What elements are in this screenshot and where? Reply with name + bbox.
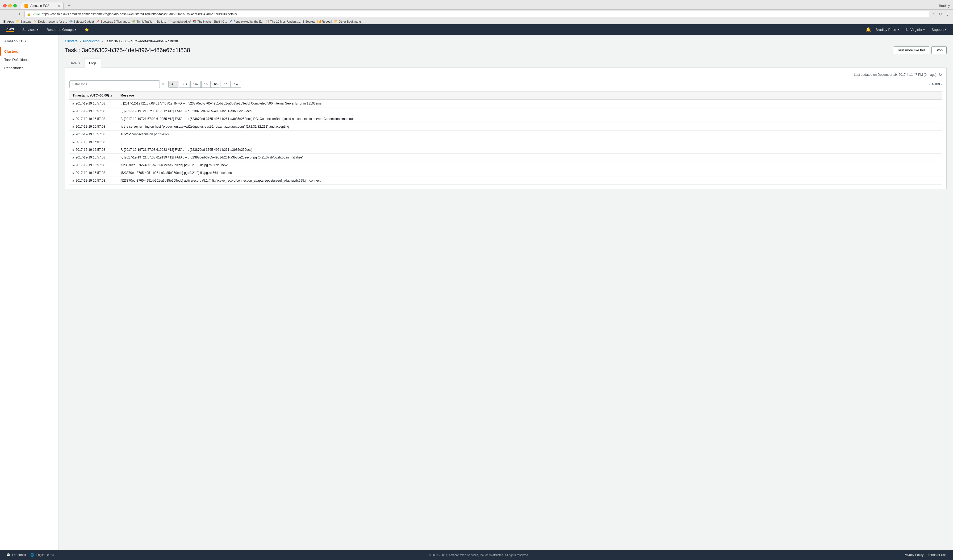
user-caret-icon: ▼ xyxy=(897,28,900,31)
bookmark-scratchpad[interactable]: ⌨️ scratchpad.io/ xyxy=(168,20,191,23)
close-window-button[interactable] xyxy=(3,4,7,8)
time-filter-1d[interactable]: 1d xyxy=(221,81,230,88)
run-more-button[interactable]: Run more like this xyxy=(894,46,929,54)
tab-close-button[interactable]: ✕ xyxy=(58,4,60,8)
log-message: [523870ed-3765-4951-b261-a3b85e259ecb] p… xyxy=(117,161,942,169)
language-link[interactable]: 🌐 English (US) xyxy=(30,553,54,557)
pagination-next-button[interactable]: › xyxy=(941,82,942,87)
privacy-policy-link[interactable]: Privacy Policy xyxy=(904,553,924,557)
browser-tab[interactable]: Amazon ECS ✕ xyxy=(21,2,64,9)
globe-icon: 🌐 xyxy=(30,553,34,557)
log-row-expand-button[interactable]: ▶ xyxy=(73,164,75,167)
sidebar-item-clusters[interactable]: Clusters xyxy=(0,47,58,56)
log-message: Is the server running on host "producito… xyxy=(117,123,942,130)
log-table-row: ▶ 2017-12-19 15:57:08 I, [2017-12-19T21:… xyxy=(70,100,942,107)
bookmark-pens[interactable]: 🖊️ Pens picked by the E... xyxy=(229,20,264,23)
forward-button[interactable]: → xyxy=(10,11,16,17)
minimize-window-button[interactable] xyxy=(8,4,12,8)
breadcrumb-sep-2: › xyxy=(102,39,102,43)
log-row-expand-button[interactable]: ▶ xyxy=(73,156,75,159)
filter-logs-input[interactable] xyxy=(70,80,160,88)
bookmark-other[interactable]: 📂 Other Bookmarks xyxy=(334,20,362,23)
log-timestamp: ▶ 2017-12-19 15:57:08 xyxy=(70,130,117,138)
footer-copyright: © 2008 - 2017, Amazon Web Services, Inc.… xyxy=(428,553,529,557)
log-row-expand-button[interactable]: ▶ xyxy=(73,172,75,174)
log-table-row: ▶ 2017-12-19 15:57:08 F, [2017-12-19T21:… xyxy=(70,107,942,115)
breadcrumb-current: Task: 3a056302-b375-4def-8964-486e67c1f8… xyxy=(105,39,178,43)
log-row-expand-button[interactable]: ▶ xyxy=(73,125,75,128)
time-filter-30s[interactable]: 30s xyxy=(179,81,190,88)
footer-right: Privacy Policy Terms of Use xyxy=(904,553,947,557)
new-tab-button[interactable]: + xyxy=(68,3,71,9)
bookmark-design[interactable]: ✏️ Design lessons for e... xyxy=(34,20,67,23)
log-table-row: ▶ 2017-12-19 15:57:08 [523870ed-3765-495… xyxy=(70,169,942,177)
address-bar[interactable]: 🔒 Secure https://console.aws.amazon.com/… xyxy=(25,11,929,17)
bookmark-think[interactable]: ✳️ Think Traffic — Build... xyxy=(132,20,166,23)
bookmark-bootstrap[interactable]: 📌 Bootstrap 3 Tips and... xyxy=(96,20,130,23)
log-row-expand-button[interactable]: ▶ xyxy=(73,118,75,121)
log-table-row: ▶ 2017-12-19 15:57:08 [523870ed-3765-495… xyxy=(70,161,942,169)
log-timestamp: ▶ 2017-12-19 15:57:08 xyxy=(70,146,117,154)
resource-groups-nav-button[interactable]: Resource Groups ▼ xyxy=(45,28,79,32)
maximize-window-button[interactable] xyxy=(13,4,17,8)
log-timestamp: ▶ 2017-12-19 15:57:08 xyxy=(70,169,117,177)
bookmark-hacker[interactable]: 📚 The Hacker Shelf | C... xyxy=(193,20,227,23)
browser-window-controls xyxy=(3,4,17,8)
time-filter-5m[interactable]: 5m xyxy=(190,81,201,88)
log-timestamp: ▶ 2017-12-19 15:57:08 xyxy=(70,107,117,115)
log-row-expand-button[interactable]: ▶ xyxy=(73,179,75,182)
bookmark-button[interactable]: ☆ xyxy=(931,11,936,17)
sidebar-item-task-definitions[interactable]: Task Definitions xyxy=(0,56,58,64)
favorites-nav-button[interactable]: ⭐ xyxy=(83,28,90,32)
log-table-row: ▶ 2017-12-19 15:57:08 Is the server runn… xyxy=(70,123,942,130)
region-nav-button[interactable]: N. Virginia ▼ xyxy=(904,28,927,32)
breadcrumb: Clusters › Produciton › Task: 3a056302-b… xyxy=(65,39,947,43)
log-table: Timestamp (UTC+00:00) ▲ Message ▶ 2017-1… xyxy=(70,91,942,185)
log-row-expand-button[interactable]: ▶ xyxy=(73,110,75,113)
extensions-button[interactable]: ⬡ xyxy=(938,12,943,17)
sort-arrow-icon: ▲ xyxy=(110,94,113,97)
log-row-expand-button[interactable]: ▶ xyxy=(73,148,75,151)
sidebar: Amazon ECS Clusters Task Definitions Rep… xyxy=(0,35,59,550)
stop-button[interactable]: Stop xyxy=(931,46,947,54)
user-nav-button[interactable]: Bradley Price ▼ xyxy=(874,28,901,32)
feedback-link[interactable]: 💬 Feedback xyxy=(6,553,26,557)
time-filter-1w[interactable]: 1w xyxy=(231,81,241,88)
tab-favicon xyxy=(25,4,28,8)
tabs: Details Logs xyxy=(65,58,947,68)
bookmark-startups[interactable]: 📁 Startups xyxy=(16,20,31,23)
bookmark-selector[interactable]: ⚙️ SelectorGadget xyxy=(69,20,94,23)
tab-logs[interactable]: Logs xyxy=(85,58,101,68)
log-row-expand-button[interactable]: ▶ xyxy=(73,141,75,144)
back-button[interactable]: ← xyxy=(3,11,8,17)
log-timestamp: ▶ 2017-12-19 15:57:08 xyxy=(70,161,117,169)
breadcrumb-clusters[interactable]: Clusters xyxy=(65,39,78,43)
time-filter-1h[interactable]: 1h xyxy=(201,81,211,88)
reload-button[interactable]: ↻ xyxy=(17,11,23,17)
log-table-row: ▶ 2017-12-19 15:57:08 F, [2017-12-19T21:… xyxy=(70,115,942,123)
tab-details[interactable]: Details xyxy=(65,58,85,68)
refresh-logs-button[interactable]: ↻ xyxy=(939,72,942,77)
log-row-expand-button[interactable]: ▶ xyxy=(73,102,75,105)
log-timestamp: ▶ 2017-12-19 15:57:08 xyxy=(70,177,117,185)
time-filter-all[interactable]: All xyxy=(168,81,178,88)
bookmark-secrets[interactable]: $ Secrets xyxy=(303,20,315,23)
bookmark-apps[interactable]: 📱 Apps xyxy=(3,20,14,23)
filter-row: × All 30s 5m 1h 6h 1d 1w ‹ 1-100 › xyxy=(70,80,942,88)
services-nav-button[interactable]: Services ▼ xyxy=(21,28,41,32)
menu-button[interactable]: ⋮ xyxy=(945,11,950,17)
bookmark-10most[interactable]: 📋 The 10 Most Undersu... xyxy=(265,20,301,23)
time-filter-6h[interactable]: 6h xyxy=(211,81,220,88)
pagination-prev-button[interactable]: ‹ xyxy=(929,82,931,87)
terms-of-use-link[interactable]: Terms of Use xyxy=(928,553,947,557)
aws-logo[interactable]: aws xyxy=(4,26,17,33)
support-nav-button[interactable]: Support ▼ xyxy=(930,28,949,32)
log-row-expand-button[interactable]: ▶ xyxy=(73,133,75,136)
sidebar-item-repositories[interactable]: Repositories xyxy=(0,64,58,72)
bookmark-repeat[interactable]: 🔁 Repeat! xyxy=(317,20,332,23)
timestamp-column-header[interactable]: Timestamp (UTC+00:00) ▲ xyxy=(70,92,117,100)
breadcrumb-produciton[interactable]: Produciton xyxy=(83,39,99,43)
message-column-header: Message xyxy=(117,92,942,100)
filter-clear-button[interactable]: × xyxy=(162,82,164,87)
notifications-bell-icon[interactable]: 🔔 xyxy=(866,27,871,32)
